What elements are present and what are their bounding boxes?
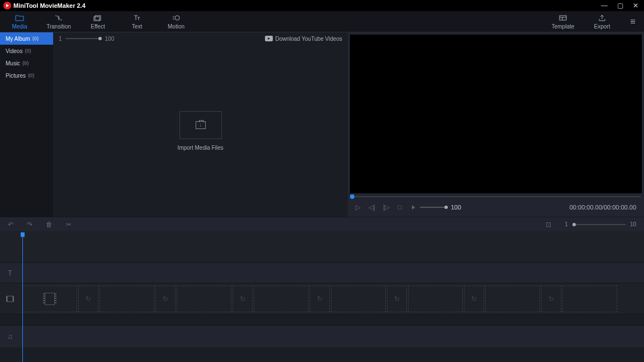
- zoom-max-label: 100: [105, 36, 115, 42]
- motion-icon: [172, 13, 181, 22]
- svg-rect-3: [560, 16, 566, 20]
- clip-slot[interactable]: [562, 285, 617, 312]
- transition-icon: [54, 13, 63, 22]
- tab-label: Media: [12, 23, 27, 30]
- download-youtube-link[interactable]: Download YouTube Videos: [265, 36, 342, 42]
- timeline-zoom[interactable]: 1 10: [565, 221, 636, 227]
- playhead[interactable]: [22, 234, 23, 362]
- sidebar-item-videos[interactable]: Videos (0): [0, 45, 53, 57]
- clip-slot[interactable]: [408, 285, 463, 312]
- media-panel: 1 100 Download YouTube Videos Import Med…: [53, 32, 348, 217]
- tab-export[interactable]: Export: [583, 11, 622, 32]
- thumbnail-zoom-slider[interactable]: 1 100: [59, 36, 114, 42]
- sidebar-item-count: (0): [32, 36, 39, 41]
- prev-frame-button[interactable]: ◁|: [368, 203, 375, 211]
- text-track-icon: T: [0, 269, 20, 277]
- transition-slot[interactable]: ↻: [541, 285, 561, 312]
- audio-track[interactable]: ♫: [0, 325, 644, 347]
- split-button[interactable]: ✂: [66, 221, 72, 228]
- svg-rect-5: [7, 296, 13, 302]
- app-title: MiniTool MovieMaker 2.4: [13, 2, 86, 9]
- close-icon[interactable]: ✕: [631, 2, 641, 9]
- sidebar-item-label: Pictures: [6, 73, 26, 79]
- sidebar-item-myalbum[interactable]: My Album (0): [0, 32, 53, 45]
- timeline-zoom-slider[interactable]: [572, 224, 626, 225]
- transition-slot[interactable]: ↻: [310, 285, 330, 312]
- youtube-icon: [265, 36, 273, 41]
- text-track[interactable]: T: [0, 263, 644, 283]
- film-icon: [45, 293, 55, 305]
- clip-slot[interactable]: [485, 285, 540, 312]
- sidebar-item-label: Videos: [6, 48, 22, 54]
- volume-control[interactable]: 🕨 100: [410, 203, 461, 211]
- media-body: Import Media Files: [53, 45, 348, 217]
- sidebar-item-count: (0): [25, 48, 31, 54]
- redo-button[interactable]: ↷: [27, 221, 32, 228]
- transition-slot[interactable]: ↻: [387, 285, 407, 312]
- download-label: Download YouTube Videos: [275, 36, 342, 42]
- tab-label: Effect: [91, 23, 105, 30]
- sidebar-item-pictures[interactable]: Pictures (0): [0, 69, 53, 82]
- svg-rect-7: [13, 296, 14, 302]
- tab-transition[interactable]: Transition: [39, 11, 78, 32]
- main-area: My Album (0) Videos (0) Music (9) Pictur…: [0, 32, 644, 217]
- sidebar-item-label: Music: [6, 60, 20, 66]
- preview-video[interactable]: [350, 35, 642, 193]
- minimize-icon[interactable]: —: [599, 2, 609, 9]
- media-sidebar: My Album (0) Videos (0) Music (9) Pictur…: [0, 32, 53, 217]
- preview-seek-bar[interactable]: [350, 194, 642, 199]
- transition-slot[interactable]: ↻: [464, 285, 484, 312]
- maximize-icon[interactable]: ▢: [615, 2, 625, 9]
- transition-slot[interactable]: ↻: [78, 285, 98, 312]
- sidebar-item-count: (0): [28, 73, 34, 78]
- tab-motion[interactable]: Motion: [157, 11, 196, 32]
- zoom-track[interactable]: [65, 38, 102, 39]
- clip-slot[interactable]: [100, 285, 154, 312]
- window-controls: — ▢ ✕: [599, 2, 641, 9]
- import-label: Import Media Files: [177, 145, 223, 151]
- delete-button[interactable]: 🗑: [46, 221, 53, 228]
- tab-template[interactable]: Template: [543, 11, 583, 32]
- tab-effect[interactable]: Effect: [78, 11, 117, 32]
- spacer-track: [0, 314, 644, 325]
- folder-icon: [15, 13, 24, 22]
- transition-slot[interactable]: ↻: [233, 285, 253, 312]
- sidebar-item-count: (9): [22, 60, 29, 66]
- video-track[interactable]: ↻ ↻ ↻ ↻ ↻ ↻ ↻: [0, 283, 644, 314]
- tab-label: Template: [552, 23, 575, 30]
- undo-button[interactable]: ↶: [8, 221, 13, 228]
- clip-slot[interactable]: [331, 285, 386, 312]
- zoom-min-label: 1: [565, 221, 568, 227]
- effect-icon: [93, 13, 102, 22]
- tab-text[interactable]: Text: [117, 11, 157, 32]
- toolbar: Media Transition Effect Text Motion Temp…: [0, 11, 644, 32]
- next-frame-button[interactable]: |▷: [383, 203, 390, 211]
- import-media-button[interactable]: [179, 111, 222, 139]
- volume-value: 100: [451, 204, 461, 211]
- volume-slider[interactable]: [420, 207, 448, 208]
- svg-point-2: [175, 16, 179, 20]
- video-track-body[interactable]: ↻ ↻ ↻ ↻ ↻ ↻ ↻: [20, 283, 644, 314]
- tab-label: Transition: [46, 23, 71, 30]
- transition-slot[interactable]: ↻: [155, 285, 176, 312]
- fit-button[interactable]: ⊡: [546, 221, 551, 228]
- video-track-icon: [0, 295, 20, 303]
- menu-button[interactable]: ≡: [622, 11, 644, 32]
- import-folder-icon: [196, 121, 206, 129]
- clip-slot[interactable]: [177, 285, 231, 312]
- tab-media[interactable]: Media: [0, 11, 39, 32]
- stop-button[interactable]: □: [397, 203, 401, 211]
- preview-time: 00:00:00.00/00:00:00.00: [570, 204, 636, 211]
- export-icon: [598, 13, 607, 22]
- volume-icon[interactable]: 🕨: [410, 203, 416, 211]
- play-button[interactable]: ▷: [356, 203, 361, 211]
- clip-slot[interactable]: [22, 285, 77, 312]
- text-icon: [132, 13, 141, 22]
- media-top-bar: 1 100 Download YouTube Videos: [53, 32, 348, 45]
- app-logo-icon: [3, 2, 11, 9]
- timeline-ruler[interactable]: [0, 231, 644, 263]
- clip-slot[interactable]: [254, 285, 309, 312]
- sidebar-item-music[interactable]: Music (9): [0, 57, 53, 69]
- timeline: T ↻ ↻ ↻ ↻ ↻ ↻ ↻ ♫: [0, 231, 644, 347]
- titlebar: MiniTool MovieMaker 2.4 — ▢ ✕: [0, 0, 644, 11]
